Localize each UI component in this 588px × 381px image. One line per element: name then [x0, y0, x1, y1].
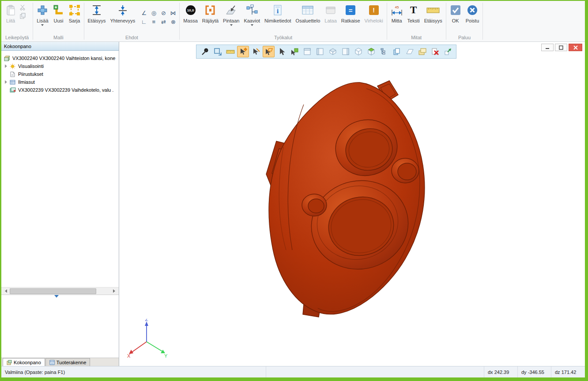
concentric-constraint-icon[interactable]: ◎ [149, 9, 158, 18]
minimize-button[interactable] [541, 44, 554, 51]
yhtenevyys-button[interactable]: Yhtenevyys [108, 2, 137, 33]
close-button[interactable] [569, 44, 582, 51]
virheloki-button[interactable]: ! Virheloki [362, 2, 385, 33]
snap-face-icon[interactable] [263, 46, 275, 57]
select-cursor-icon[interactable] [275, 46, 287, 57]
tree-item-part[interactable]: VX3002239 VX3002239 Vaihdekotelo, valu . [1, 86, 119, 94]
chevron-down-icon [230, 24, 233, 27]
work-plane-icon[interactable] [403, 46, 415, 57]
lisaa-button[interactable]: Lisää [34, 2, 50, 33]
tab-tuoterakenne[interactable]: Tuoterakenne [45, 358, 90, 366]
pattern-icon [69, 4, 80, 17]
tree-item-label: Ilmiasut [18, 79, 35, 85]
etaisyys-mitta-label: Etäisyys [424, 18, 442, 23]
view-face-right-icon[interactable] [339, 46, 351, 57]
axis-triad: Z X Y [125, 319, 170, 361]
ok-button[interactable]: OK [448, 2, 464, 33]
mitta-label: Mitta [392, 18, 402, 23]
teksti-label: Teksti [407, 18, 420, 23]
pintaan-label: Pintaan [223, 18, 239, 23]
tab-kokoonpano[interactable]: Kokoonpano [3, 358, 45, 366]
feature-tree-icon[interactable] [378, 46, 390, 57]
uusi-button[interactable]: Uusi [51, 2, 67, 33]
tree-item-root[interactable]: VX3002240 VX3002240 Vaihteiston kansi, k… [1, 54, 119, 62]
mitta-button[interactable]: 45 Mitta [388, 2, 405, 33]
explode-icon [204, 4, 216, 17]
symmetric-constraint-icon[interactable]: ⋈ [168, 9, 178, 18]
poistu-label: Poistu [466, 18, 479, 23]
view-cube-icon[interactable] [352, 46, 364, 57]
tree-item-piirustukset[interactable]: Piirustukset [1, 70, 119, 78]
close-icon [573, 45, 578, 50]
massa-button[interactable]: 10,0 Massa [181, 2, 200, 33]
measure-ruler-icon[interactable] [224, 46, 236, 57]
snap-vertex-icon[interactable] [237, 46, 249, 57]
osaluettelo-button[interactable]: Osaluettelo [294, 2, 323, 33]
group-label-malli: Malli [34, 35, 82, 41]
copy-button[interactable] [19, 12, 26, 19]
error-log-icon: ! [369, 5, 379, 15]
lataa-button[interactable]: Lataa [322, 2, 339, 33]
poistu-button[interactable]: Poistu [464, 2, 482, 33]
maximize-button[interactable] [555, 44, 567, 51]
copy-view-icon[interactable] [391, 46, 403, 57]
select-area-icon[interactable] [288, 46, 300, 57]
pin-icon[interactable] [199, 46, 211, 57]
expand-arrow-icon[interactable] [4, 80, 10, 84]
nimiketiedot-button[interactable]: i Nimiketiedot [262, 2, 294, 33]
ok-check-icon [450, 4, 461, 17]
ribbon-separator [482, 3, 483, 40]
angle-constraint-icon[interactable]: ∠ [139, 9, 149, 18]
status-spacer [266, 366, 484, 377]
ribbon: Liitä Leikepöytä [1, 1, 585, 42]
drawing-icon [10, 71, 16, 77]
tab-label: Tuoterakenne [57, 360, 86, 365]
horizontal-scrollbar[interactable] [1, 287, 119, 295]
svg-text:45: 45 [395, 5, 399, 9]
x-axis-label: X [127, 353, 131, 359]
cut-icon [19, 4, 26, 11]
splitter-marker-icon[interactable] [54, 295, 59, 300]
gearbox-cover-model[interactable] [119, 42, 585, 366]
view-face-front-icon[interactable] [301, 46, 313, 57]
cut-button[interactable] [19, 4, 26, 11]
status-dz: dz 171.42 [551, 366, 585, 377]
expand-arrow-icon[interactable] [4, 64, 10, 68]
paste-button[interactable]: Liitä [3, 2, 19, 33]
pintaan-button[interactable]: Pintaan [221, 2, 241, 33]
rajayta-button[interactable]: Räjäytä [200, 2, 221, 33]
scrollbar-track[interactable] [9, 288, 111, 295]
ribbon-group-leikepoyta: Liitä Leikepöytä [1, 1, 33, 41]
tree-item-visualisointi[interactable]: Visualisointi [1, 62, 119, 70]
delete-view-icon[interactable] [429, 46, 441, 57]
part-icon [10, 87, 16, 93]
tangent-constraint-icon[interactable]: ⊘ [158, 9, 168, 18]
parallel-constraint-icon[interactable]: ≡ [149, 18, 158, 26]
3d-viewport[interactable]: Z X Y [119, 42, 585, 366]
view-cube-shaded-icon[interactable] [365, 46, 377, 57]
fit-view-icon[interactable] [211, 46, 223, 57]
teksti-button[interactable]: T Teksti [405, 2, 422, 33]
paste-label: Liitä [6, 18, 15, 23]
scroll-left-icon[interactable] [1, 288, 9, 295]
align-constraint-icon[interactable]: ⇄ [158, 18, 168, 26]
tree-item-ilmiasut[interactable]: Ilmiasut [1, 78, 119, 86]
kaaviot-button[interactable]: Kaaviot [241, 2, 262, 33]
view-face-top-icon[interactable] [327, 46, 339, 57]
scroll-right-icon[interactable] [111, 288, 119, 295]
sheet-set-icon[interactable] [416, 46, 428, 57]
structure-tab-icon [49, 360, 55, 365]
snap-edge-icon[interactable] [250, 46, 262, 57]
lock-constraint-icon[interactable]: ⊗ [168, 18, 178, 26]
scrollbar-thumb[interactable] [10, 288, 96, 294]
text-icon: T [410, 5, 417, 15]
view-face-left-icon[interactable] [314, 46, 326, 57]
export-view-icon[interactable] [442, 46, 454, 57]
ribbon-group-ehdot: Etäisyys Yhtenevyys ∠ ◎ ⊘ ⋈ ∟ ≡ ⇄ ⊗ [84, 1, 180, 41]
etaisyys-mitta-button[interactable]: Etäisyys [422, 2, 445, 33]
perpendicular-constraint-icon[interactable]: ∟ [139, 18, 149, 26]
etaisyys-ehto-button[interactable]: Etäisyys [86, 2, 108, 33]
sarja-button[interactable]: Sarja [67, 2, 83, 33]
ribbon-group-tyokalut: 10,0 Massa Räjäytä Pintaan [180, 1, 386, 41]
ratkaise-button[interactable]: = Ratkaise [339, 2, 362, 33]
